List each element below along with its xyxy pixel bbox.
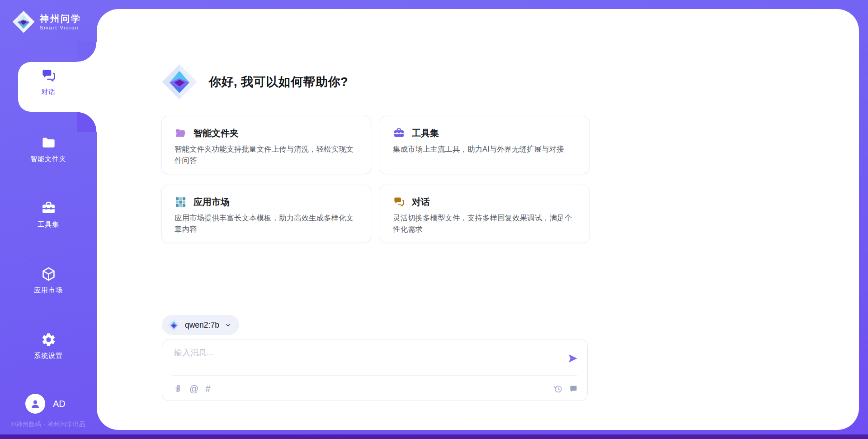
card-title: 对话 xyxy=(412,196,430,208)
chat-icon xyxy=(393,196,405,208)
model-name: qwen2:7b xyxy=(185,320,219,330)
chat-bubble-icon[interactable] xyxy=(569,384,578,394)
sidebar-item-app-market[interactable]: 应用市场 xyxy=(0,266,97,295)
cube-icon xyxy=(41,266,57,282)
card-toolset[interactable]: 工具集 集成市场上主流工具，助力AI与外界无缝扩展与对接 xyxy=(380,116,590,174)
brand-logo-row: 神州问学 Smart Vision xyxy=(12,10,81,33)
chat-icon xyxy=(41,68,57,84)
gear-icon xyxy=(41,332,57,348)
sidebar-footer-credit: ©神州数码 · 神州问学出品 xyxy=(0,420,97,429)
send-icon[interactable] xyxy=(567,353,579,364)
feature-cards-grid: 智能文件夹 智能文件夹功能支持批量文件上传与清洗，轻松实现文件问答 工具集 集成… xyxy=(161,116,590,243)
brand-name: 神州问学 xyxy=(40,14,81,24)
active-nav-fillet-top xyxy=(77,42,97,62)
sidebar-item-toolset[interactable]: 工具集 xyxy=(0,200,97,229)
sidebar-item-smart-folder[interactable]: 智能文件夹 xyxy=(0,135,97,163)
brand-text: 神州问学 Smart Vision xyxy=(40,14,81,30)
message-input[interactable] xyxy=(173,346,557,372)
app-window: 神州问学 Smart Vision 对话 智能文件夹 xyxy=(0,0,868,439)
grid-icon xyxy=(175,196,187,208)
history-icon[interactable] xyxy=(553,384,563,394)
composer-divider xyxy=(172,375,577,376)
message-composer: @ # xyxy=(162,339,588,401)
card-smart-folder[interactable]: 智能文件夹 智能文件夹功能支持批量文件上传与清洗，轻松实现文件问答 xyxy=(161,116,371,174)
card-description: 灵活切换多模型文件，支持多样回复效果调试，满足个性化需求 xyxy=(393,212,576,235)
brand-diamond-icon xyxy=(12,10,35,33)
hash-icon[interactable]: # xyxy=(205,384,210,393)
sidebar-item-label: 系统设置 xyxy=(34,352,63,360)
paperclip-icon[interactable] xyxy=(173,384,183,394)
greeting-title: 你好, 我可以如何帮助你? xyxy=(209,74,348,90)
composer-toolbar: @ # xyxy=(173,382,578,396)
sidebar-item-label: 智能文件夹 xyxy=(30,155,66,163)
window-bottom-bar xyxy=(0,434,868,439)
sidebar-item-label: 工具集 xyxy=(38,220,59,229)
chevron-down-icon xyxy=(224,321,232,329)
user-profile[interactable]: AD xyxy=(25,394,66,414)
card-description: 集成市场上主流工具，助力AI与外界无缝扩展与对接 xyxy=(393,143,576,155)
card-description: 应用市场提供丰富长文本模板，助力高效生成多样化文章内容 xyxy=(175,212,358,235)
card-header: 对话 xyxy=(393,196,576,208)
brand-subtitle: Smart Vision xyxy=(40,25,81,30)
card-header: 工具集 xyxy=(393,127,576,139)
sidebar-item-settings[interactable]: 系统设置 xyxy=(0,332,97,360)
sidebar: 神州问学 Smart Vision 对话 智能文件夹 xyxy=(0,0,97,439)
avatar xyxy=(25,394,45,414)
greeting-row: 你好, 我可以如何帮助你? xyxy=(161,63,348,100)
sidebar-item-label: 应用市场 xyxy=(34,286,63,295)
sidebar-item-chat[interactable]: 对话 xyxy=(0,68,97,96)
card-title: 应用市场 xyxy=(193,196,230,208)
diamond-logo-icon xyxy=(168,319,180,331)
assistant-diamond-icon xyxy=(161,63,198,100)
briefcase-icon xyxy=(393,127,405,139)
active-nav-fillet-bottom xyxy=(77,112,97,132)
card-header: 应用市场 xyxy=(175,196,358,208)
sidebar-item-label: 对话 xyxy=(41,88,56,96)
model-selector[interactable]: qwen2:7b xyxy=(162,315,239,335)
card-title: 智能文件夹 xyxy=(193,127,239,139)
folder-open-icon xyxy=(175,127,187,139)
user-initials: AD xyxy=(53,399,66,409)
person-icon xyxy=(29,398,41,410)
composer-toolbar-right xyxy=(553,384,578,394)
folder-icon xyxy=(41,135,57,151)
card-title: 工具集 xyxy=(412,127,439,139)
card-chat[interactable]: 对话 灵活切换多模型文件，支持多样回复效果调试，满足个性化需求 xyxy=(380,185,590,243)
card-description: 智能文件夹功能支持批量文件上传与清洗，轻松实现文件问答 xyxy=(175,143,358,166)
briefcase-icon xyxy=(41,200,57,216)
at-icon[interactable]: @ xyxy=(189,384,198,393)
card-header: 智能文件夹 xyxy=(175,127,358,139)
card-app-market[interactable]: 应用市场 应用市场提供丰富长文本模板，助力高效生成多样化文章内容 xyxy=(161,185,371,243)
